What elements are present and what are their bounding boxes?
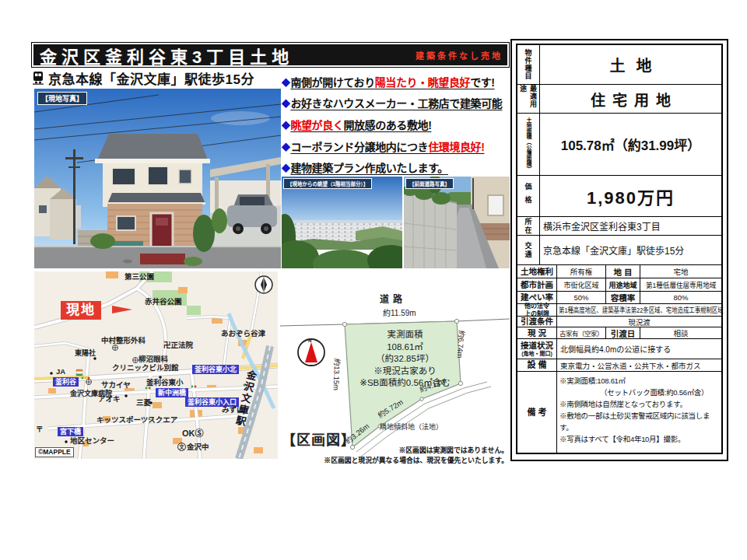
station-access-row: 京急本線「金沢文庫」駅徒歩15分 <box>31 68 254 87</box>
map-credit: ©MAPPLE <box>35 447 74 457</box>
bullet-text: コーポランド分譲地内につき <box>290 141 428 153</box>
site-flag-pointer-icon <box>112 306 132 313</box>
bullet-text: 建物建築プラン作成いたします。 <box>290 162 448 174</box>
bcr-value: 50% <box>556 292 605 303</box>
current-status-value: 古家有（空家） <box>556 327 605 338</box>
map-label-blue: 釜利谷 <box>53 377 79 387</box>
diagram-notes: ※区画図は実測図ではありません。 ※区画図と現況が異なる場合は、現況を優先といた… <box>324 446 508 466</box>
road-contact-value: 北側幅員約4.0mの公道に接する <box>556 339 721 359</box>
row-label: 設 備 <box>517 359 556 371</box>
bullet-emphasis: 眺望が良く <box>290 119 343 131</box>
list-item: ◆南側が開けており陽当たり・眺望良好です! <box>282 71 510 93</box>
list-item: ◆建物建築プラン作成いたします。 <box>282 156 510 178</box>
station-access-text: 京急本線「金沢文庫」駅徒歩15分 <box>48 68 254 88</box>
plot-area-text: 実測面積 108.61㎡ （約32.85坪） ※現況古家あり ※SB面積約0.5… <box>349 329 461 390</box>
area-line: ※現況古家あり <box>349 366 461 378</box>
diamond-bullet-icon: ◆ <box>282 118 289 131</box>
zoning-text: 第1種低層住居専用地域 <box>646 279 716 290</box>
bullet-text: 開放感のある敷地! <box>343 119 431 131</box>
plot-diagram: 道路 約11.59m 約6.74m 約13.15m 約4.12m 約5.72m … <box>280 271 510 472</box>
site-flag: 現地 <box>61 301 101 320</box>
area-line: 108.61㎡ <box>349 341 461 354</box>
remark-line: ※実測面積:108.61㎡ <box>559 375 626 387</box>
table-row: 備 考 ※実測面積:108.61㎡ （セットバック面積:約0.56㎡含） ※南側… <box>517 372 721 453</box>
note-line: ※区画図と現況が異なる場合は、現況を優先といたします。 <box>324 456 508 466</box>
map-label-blue: 新中洲橋 <box>156 388 188 397</box>
map-label: あおぞら谷津 <box>221 330 265 338</box>
remarks-value: ※実測面積:108.61㎡ （セットバック面積:約0.56㎡含） ※南側隣地は自… <box>556 372 721 453</box>
view-photo-label: 【現地からの眺望（1階相当部分）】 <box>284 179 371 188</box>
row-label: 引渡日 <box>605 327 640 338</box>
note-line: ※区画図は実測図ではありません。 <box>324 446 508 456</box>
dimension-top: 約11.59m <box>383 310 416 317</box>
utilities-value: 東京電力・公営水道・公共下水・都市ガス <box>556 359 721 371</box>
zoning-value: 第1種低層住居専用地域 <box>640 278 721 291</box>
handover-date-value: 相談 <box>640 327 721 338</box>
diamond-bullet-icon: ◆ <box>282 161 289 173</box>
lot-category-value: 宅地 <box>640 265 721 278</box>
row-label: 土地権利 <box>517 265 556 278</box>
table-row: 設 備 東京電力・公営水道・公共下水・都市ガス <box>517 359 721 372</box>
main-site-photo: 【現地写真】 <box>34 89 281 268</box>
front-road-photo: 【前面道路写真】 <box>404 177 510 268</box>
map-label: 東陽社 <box>75 350 96 357</box>
row-label: 土地面積（公簿面積） <box>517 114 539 175</box>
legal-restrictions-text: 第1種高度地区、建築基準法第22条区域、宅地造成工事規制区域 <box>559 305 724 315</box>
map-label: OKⓈ <box>182 429 204 438</box>
remark-line: （セットバック面積:約0.56㎡含） <box>559 387 708 398</box>
map-label-park: 赤井谷公園 <box>145 298 182 306</box>
row-label: 他の法令 上の制限 <box>517 304 556 316</box>
land-rights-value: 所有権 <box>556 265 605 278</box>
list-item: ◆お好きなハウスメーカー・工務店で建築可能 <box>282 93 510 114</box>
table-row: 土地面積（公簿面積） 105.78㎡（約31.99坪） <box>517 114 721 176</box>
row-label: 所在 <box>517 217 539 235</box>
map-label: 地区センター <box>70 437 114 445</box>
land-area-value: 105.78㎡（約31.99坪） <box>539 114 721 175</box>
map-label: 中村整形外科 <box>101 337 146 345</box>
row-label: 地 目 <box>605 265 640 278</box>
main-photo-illustration <box>34 89 281 268</box>
road-photo-illustration <box>404 177 510 268</box>
access-value: 京急本線「金沢文庫」駅徒歩15分 <box>539 236 721 264</box>
train-icon <box>31 71 45 85</box>
city-plan-value: 市街化区域 <box>556 278 605 291</box>
table-row: 土地権利 所有権 地 目 宅地 <box>517 265 721 278</box>
dimension-left: 約13.15m <box>332 359 341 390</box>
flyer-page: 金沢区釜利谷東3丁目土地 建築条件なし売地 京急本線「金沢文庫」駅徒歩15分 ◆… <box>0 0 747 560</box>
bullet-emphasis: 住環境良好! <box>428 141 484 153</box>
view-photo: 【現地からの眺望（1階相当部分）】 <box>282 177 402 268</box>
site-map: 第三公園 赤井谷公園 現地 あおぞら谷津 中村整形外科 卍正法院 東陽社 柳沼眼… <box>34 271 278 459</box>
legal-restrictions-value: 第1種高度地区、建築基準法第22条区域、宅地造成工事規制区域 <box>556 304 721 316</box>
table-row: 他の法令 上の制限 第1種高度地区、建築基準法第22条区域、宅地造成工事規制区域 <box>517 304 721 317</box>
property-type-value: 土地 <box>539 45 721 84</box>
road-contact-label: 接道状況 <box>521 341 553 350</box>
table-row: 現 況 古家有（空家） 引渡日 相談 <box>517 327 721 339</box>
school-mark-icon: 文 <box>177 443 186 451</box>
diamond-bullet-icon: ◆ <box>282 140 289 152</box>
title-banner: 金沢区釜利谷東3丁目土地 建築条件なし売地 <box>31 42 510 68</box>
details-table: 物件種目 土地 最適用途 住宅用地 土地面積（公簿面積） 105.78㎡（約31… <box>516 44 723 454</box>
list-item: ◆コーポランド分譲地内につき住環境良好! <box>282 135 510 157</box>
row-label: 接道状況 (角地・間口) <box>517 339 556 359</box>
slope-label: 隣地傾斜地（法地） <box>380 424 443 431</box>
bullet-text: お好きなハウスメーカー・工務店で建築可能 <box>290 97 502 110</box>
row-label: 現 況 <box>517 327 556 338</box>
area-line: （約32.85坪） <box>349 353 461 366</box>
page-title: 金沢区釜利谷東3丁目土地 <box>32 43 293 68</box>
road-label: 道路 <box>380 295 406 304</box>
road-contact-sublabel: (角地・間口) <box>521 351 552 357</box>
remark-line: ※南側隣地は自然崖となっております。 <box>559 398 687 410</box>
map-label-blue: 釜利谷東小北 <box>192 365 239 374</box>
row-label: 備 考 <box>517 372 556 453</box>
remark-line: ※写真はすべて【令和4年10月】撮影。 <box>559 433 685 445</box>
best-use-value: 住宅用地 <box>539 85 721 113</box>
row-label: 用途地域 <box>605 278 640 291</box>
row-label: 交通 <box>517 236 539 264</box>
map-label: 柳沼眼科 <box>139 355 168 363</box>
table-row: 交通 京急本線「金沢文庫」駅徒歩15分 <box>517 236 721 265</box>
table-row: 引渡条件 現況渡 <box>517 317 721 327</box>
map-label: クリニックビル別館 <box>112 364 179 372</box>
road-photo-label: 【前面道路写真】 <box>406 179 453 188</box>
row-label: 容積率 <box>605 292 640 303</box>
map-label: 三菱 <box>136 399 151 407</box>
